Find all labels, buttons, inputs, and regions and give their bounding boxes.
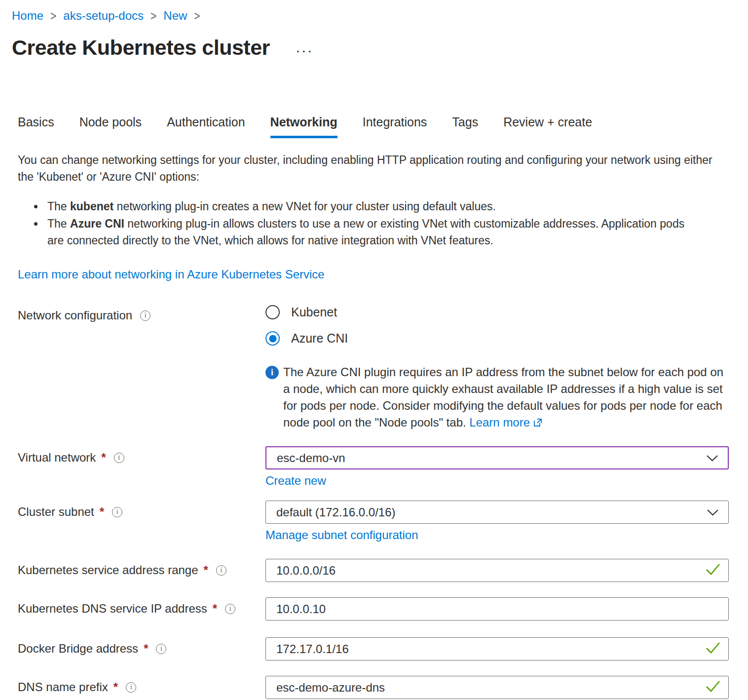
learn-more-networking-link[interactable]: Learn more about networking in Azure Kub… (18, 268, 325, 281)
network-configuration-row: Network configuration i Kubenet Azure CN… (18, 304, 736, 346)
azure-cni-bullet: The Azure CNI networking plug-in allows … (44, 215, 691, 249)
docker-bridge-label: Docker Bridge address * i (18, 637, 265, 656)
service-address-range-row: Kubernetes service address range * i (18, 559, 736, 582)
tab-authentication[interactable]: Authentication (167, 115, 245, 138)
breadcrumb-separator-icon: > (194, 8, 200, 23)
valid-check-icon (705, 680, 721, 696)
breadcrumb: Home > aks-setup-docs > New > (12, 9, 736, 23)
required-marker: * (99, 505, 104, 519)
info-icon[interactable]: i (225, 604, 235, 614)
docker-bridge-input[interactable] (276, 642, 701, 656)
breadcrumb-aks-setup-docs-link[interactable]: aks-setup-docs (63, 9, 144, 23)
dns-service-ip-field[interactable] (265, 597, 729, 621)
required-marker: * (100, 451, 106, 465)
info-icon[interactable]: i (140, 311, 150, 321)
required-marker: * (212, 602, 217, 616)
dns-name-prefix-input[interactable] (276, 681, 701, 695)
dns-name-prefix-field[interactable] (265, 676, 729, 699)
tab-review-create[interactable]: Review + create (503, 115, 592, 138)
required-marker: * (203, 563, 208, 577)
radio-azure-cni[interactable]: Azure CNI (265, 331, 736, 346)
info-icon[interactable]: i (114, 453, 124, 463)
network-configuration-label: Network configuration i (18, 304, 265, 322)
chevron-down-icon (706, 451, 718, 465)
kubenet-bullet: The kubenet networking plug-in creates a… (44, 198, 691, 215)
network-configuration-radio-group: Kubenet Azure CNI (265, 304, 736, 346)
create-new-vnet-link[interactable]: Create new (265, 474, 326, 488)
radio-kubenet[interactable]: Kubenet (265, 305, 736, 319)
dns-service-ip-input[interactable] (276, 602, 701, 616)
required-marker: * (112, 680, 118, 694)
info-icon[interactable]: i (156, 644, 166, 654)
service-address-range-label: Kubernetes service address range * i (18, 559, 265, 577)
breadcrumb-new-link[interactable]: New (163, 9, 187, 23)
plugin-bullet-list: The kubenet networking plug-in creates a… (44, 198, 691, 249)
tab-node-pools[interactable]: Node pools (79, 115, 142, 138)
breadcrumb-separator-icon: > (50, 8, 56, 23)
required-marker: * (143, 642, 148, 656)
manage-subnet-configuration-link[interactable]: Manage subnet configuration (265, 528, 418, 542)
valid-check-icon (705, 641, 721, 657)
dns-service-ip-label: Kubernetes DNS service IP address * i (18, 597, 265, 616)
cluster-subnet-row: Cluster subnet * i default (172.16.0.0/1… (18, 501, 736, 542)
cluster-subnet-value: default (172.16.0.0/16) (276, 506, 396, 519)
tab-networking[interactable]: Networking (270, 115, 337, 138)
docker-bridge-field[interactable] (265, 637, 729, 661)
breadcrumb-separator-icon: > (150, 8, 156, 23)
virtual-network-value: esc-demo-vn (277, 451, 345, 465)
cni-note-learn-more-link[interactable]: Learn more (469, 416, 530, 429)
service-address-range-input[interactable] (276, 564, 701, 578)
breadcrumb-home-link[interactable]: Home (12, 9, 43, 23)
networking-form: Network configuration i Kubenet Azure CN… (18, 304, 736, 699)
radio-kubenet-label: Kubenet (291, 305, 337, 319)
wizard-tabs: Basics Node pools Authentication Network… (18, 115, 736, 138)
virtual-network-dropdown[interactable]: esc-demo-vn (265, 446, 729, 469)
dns-name-prefix-label: DNS name prefix * i (18, 676, 265, 694)
cni-note-row: i The Azure CNI plugin requires an IP ad… (18, 346, 736, 431)
info-icon[interactable]: i (126, 682, 136, 693)
tab-basics[interactable]: Basics (18, 115, 54, 138)
page-title: Create Kubernetes cluster (12, 36, 270, 60)
tab-tags[interactable]: Tags (452, 115, 478, 138)
radio-azure-cni-label: Azure CNI (291, 331, 348, 346)
cluster-subnet-dropdown[interactable]: default (172.16.0.0/16) (265, 501, 729, 524)
virtual-network-label: Virtual network * i (18, 446, 265, 465)
info-icon[interactable]: i (112, 507, 122, 517)
create-kubernetes-cluster-page: Home > aks-setup-docs > New > Create Kub… (0, 0, 748, 699)
more-menu-icon[interactable]: ··· (296, 43, 313, 53)
chevron-down-icon (707, 506, 719, 519)
service-address-range-field[interactable] (265, 559, 729, 582)
dns-name-prefix-row: DNS name prefix * i (18, 676, 736, 699)
radio-unselected-icon[interactable] (265, 305, 280, 319)
cluster-subnet-label: Cluster subnet * i (18, 501, 265, 519)
external-link-icon (533, 415, 543, 432)
radio-selected-icon[interactable] (265, 331, 280, 346)
docker-bridge-row: Docker Bridge address * i (18, 637, 736, 661)
valid-check-icon (705, 563, 721, 579)
networking-intro-text: You can change networking settings for y… (18, 152, 714, 185)
info-badge-icon: i (265, 366, 279, 379)
cni-note-text: The Azure CNI plugin requires an IP addr… (283, 364, 731, 431)
tab-integrations[interactable]: Integrations (363, 115, 427, 138)
cni-info-note: i The Azure CNI plugin requires an IP ad… (265, 364, 736, 431)
dns-service-ip-row: Kubernetes DNS service IP address * i (18, 597, 736, 621)
info-icon[interactable]: i (216, 565, 226, 576)
virtual-network-row: Virtual network * i esc-demo-vn Create n… (18, 446, 736, 488)
